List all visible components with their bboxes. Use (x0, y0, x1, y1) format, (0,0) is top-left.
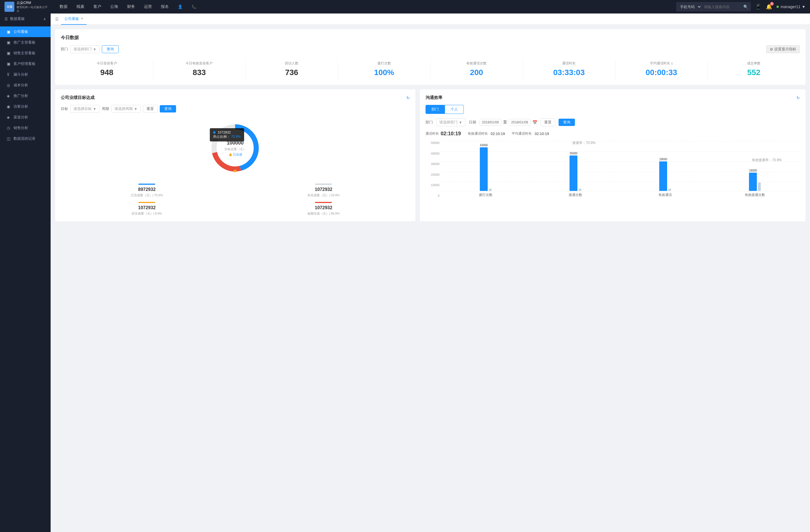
date-start-input[interactable]: 2018/01/08 (480, 119, 501, 126)
bar-group-eff-connect: 有效接通率：70.9% 18000 有效接通次数 (710, 141, 800, 197)
stat-call-value: 02:10:19 (441, 131, 461, 137)
metric-return-visit: 回访人数 736 (245, 59, 338, 79)
nav-data[interactable]: 数据 (55, 0, 72, 14)
y-label-10000: 10000 (425, 183, 440, 187)
goal-reset-button[interactable]: 重置 (143, 105, 158, 113)
sidebar-item-icon: ▣ (7, 40, 11, 45)
sidebar-section-header[interactable]: ☰ 数据看板 ∧ (0, 14, 51, 24)
sidebar-item-marketing-board[interactable]: ▣ 推广主管看板 (0, 37, 51, 48)
goal-stat-should-complete: 1072932 应完成量（元）| 8.9% (61, 202, 233, 216)
sidebar-item-channel[interactable]: ◈ 渠道分析 (0, 112, 51, 122)
metric-avg-duration: 平均通话时长 ℹ 00:00:33 (615, 59, 708, 79)
notification-bell-icon[interactable]: 🔔 5 (766, 4, 772, 10)
comm-tab-person[interactable]: 个人 (445, 105, 464, 114)
sidebar-section-icon: ☰ (4, 17, 8, 21)
sidebar-item-label: 成本分析 (14, 83, 28, 88)
comm-date-label: 日期 (469, 120, 476, 125)
sidebar-item-funnel[interactable]: ⊽ 漏斗分析 (0, 69, 51, 80)
logo-text: 云朵CRM 教育机构一站式服务云平台 (17, 1, 49, 13)
sidebar-item-cost[interactable]: ◎ 成本分析 (0, 80, 51, 90)
metrics-row: 今日首咨客户 948 今日有效首咨客户 833 回访人数 736 拨打次数 10… (61, 59, 800, 79)
comm-panel-refresh-icon[interactable]: ↻ (796, 96, 800, 100)
date-separator: 至 (503, 120, 507, 125)
sidebar-items-list: ▣ 公司看板 ▣ 推广主管看板 ▣ 销售主管看板 ▣ 客户经理看板 ⊽ 漏斗分析… (0, 24, 51, 146)
today-filter-row: 部门 请选择部门 ▼ 查询 ⚙ 设置显示指标 (61, 45, 800, 53)
nav-ops[interactable]: 运营 (140, 0, 156, 14)
date-end-input[interactable]: 2018/01/08 (509, 119, 531, 126)
bar-category-eff-connect: 有效接通次数 (745, 193, 765, 197)
today-query-button[interactable]: 查询 (102, 45, 119, 53)
sidebar-item-icon: ▣ (7, 62, 11, 66)
tooltip-prefix: 所占比例： (213, 135, 230, 139)
metric-label: 平均通话时长 ℹ (615, 61, 708, 66)
sidebar-item-icon: ▣ (7, 30, 11, 34)
goal-label: 目标 (61, 106, 68, 111)
bar-group-connect: 接通率：70.9% 35000 接通次数 (531, 141, 620, 197)
sidebar-item-promotion[interactable]: ◈ 推广分析 (0, 90, 51, 101)
calendar-icon[interactable]: 📅 (532, 120, 537, 124)
comm-dept-select-btn[interactable]: 请选择部门 ▼ (436, 118, 466, 126)
sidebar-section-label: 数据看板 (10, 16, 25, 21)
bar-dial-main (480, 147, 488, 191)
tab-bar: ☰ 公司看板 ✕ (51, 14, 810, 25)
thumb-icon: 👍 (228, 153, 232, 156)
bar-eff-main (659, 161, 667, 191)
sidebar-item-label: 访客分析 (14, 104, 28, 109)
metric-label: 今日有效首咨客户 (153, 61, 245, 66)
nav-person-icon[interactable]: 👤 (173, 0, 187, 14)
nav-finance[interactable]: 财务 (123, 0, 140, 14)
search-input[interactable] (704, 5, 743, 9)
nav-sea[interactable]: 公海 (106, 0, 123, 14)
nav-phone-icon[interactable]: 📞 (187, 0, 201, 14)
search-type-select[interactable]: 手机号码 (676, 2, 702, 11)
tab-toggle-icon[interactable]: ☰ (55, 17, 59, 21)
sidebar-collapse-icon[interactable]: ∧ (43, 17, 46, 21)
metric-label: 拨打次数 (338, 61, 430, 66)
goal-query-button[interactable]: 查询 (160, 105, 176, 113)
sidebar-item-company-board[interactable]: ▣ 公司看板 (0, 27, 51, 37)
bar-category-eff: 有效通话 (659, 193, 672, 197)
sidebar-item-sales-analysis[interactable]: ◷ 销售分析 (0, 122, 51, 133)
sidebar-item-customer-board[interactable]: ▣ 客户经理看板 (0, 59, 51, 69)
sidebar-item-sales-board[interactable]: ▣ 销售主管看板 (0, 48, 51, 59)
tablet-icon[interactable]: 📱 (755, 4, 761, 10)
nav-customers[interactable]: 客户 (89, 0, 106, 14)
data-flow-icon: ◫ (7, 136, 11, 141)
search-icon[interactable]: 🔍 (743, 4, 748, 9)
bar-eff-connect-blue: 18000 (749, 169, 757, 191)
sidebar-item-data-flow[interactable]: ◫ 数据流转记录 (0, 133, 51, 144)
metric-first-consult: 今日首咨客户 948 (61, 59, 153, 79)
goal-panel-refresh-icon[interactable]: ↻ (406, 96, 410, 100)
user-info[interactable]: manager11 ▼ (777, 4, 806, 9)
metric-eff-calls: 有效通话次数 200 (431, 59, 523, 79)
bar-connect-blue: 35000 (569, 152, 578, 191)
eff-rate-label: 有效接通率：70.9% (752, 158, 782, 163)
comm-reset-button[interactable]: 重置 (540, 118, 555, 126)
period-select-btn[interactable]: 请选择周期 ▼ (111, 105, 141, 113)
dept-select-btn[interactable]: 请选择部门 ▼ (70, 45, 100, 53)
bar-eff-secondary (668, 189, 671, 191)
goal-stat-over-complete: 1072932 超额完成（元）| 89.9% (237, 202, 409, 216)
bar-pair-eff-connect: 有效接通率：70.9% 18000 (749, 169, 761, 191)
sidebar-item-label: 渠道分析 (14, 115, 28, 120)
sidebar-item-visitor[interactable]: ◉ 访客分析 (0, 101, 51, 112)
chart-center-label: 目标总量（元） (224, 147, 246, 151)
settings-display-button[interactable]: ⚙ 设置显示指标 (766, 45, 800, 53)
tab-close-icon[interactable]: ✕ (81, 17, 83, 20)
sidebar-item-label: 销售分析 (14, 126, 28, 131)
nav-leads[interactable]: 线索 (72, 0, 89, 14)
chevron-down-icon: ▼ (93, 47, 96, 51)
main-content: ☰ 公司看板 ✕ 今日数据 部门 请选择部门 ▼ 查询 ⚙ (51, 14, 810, 532)
bar-label-18000: 18000 (749, 169, 757, 172)
stat-eff-label: 有效通话时长 (468, 131, 488, 136)
y-label-40000: 40000 (425, 152, 440, 155)
metric-value: 833 (153, 68, 245, 77)
username-label: manager11 (780, 4, 800, 9)
tab-company-board[interactable]: 公司看板 ✕ (61, 14, 87, 25)
comm-tab-dept[interactable]: 部门 (425, 105, 445, 114)
goal-stat-incomplete: 1072932 未完成量（元）| 20.9% (237, 184, 409, 197)
goal-select-btn[interactable]: 请选择目标 ▼ (70, 105, 100, 113)
nav-register[interactable]: 报名 (156, 0, 173, 14)
comm-query-button[interactable]: 查询 (558, 119, 575, 126)
search-area: 手机号码 🔍 (676, 2, 751, 11)
